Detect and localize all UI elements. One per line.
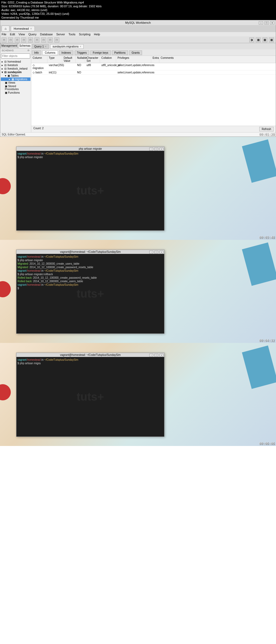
close-icon[interactable]: × bbox=[30, 27, 32, 30]
maximize-button[interactable]: □ bbox=[264, 21, 269, 25]
tree-item-livestock-ireland[interactable]: ▸⊟livestock_ireland bbox=[1, 67, 30, 70]
header-type[interactable]: Type bbox=[47, 56, 62, 63]
connection-tab-homestead[interactable]: Homestead× bbox=[11, 26, 35, 31]
toolbar-panel1-icon[interactable]: ▦ bbox=[256, 38, 261, 42]
close-icon[interactable]: × bbox=[45, 45, 47, 48]
database-icon: ⊟ bbox=[4, 64, 8, 67]
terminal-title: vagrant@homestead: ~/Code/Tutsplus/Sunda… bbox=[60, 353, 120, 356]
terminal-content[interactable]: tuts+ vagrant:homestead in ~/Code/Tutspl… bbox=[16, 151, 164, 230]
subtab-foreign-keys[interactable]: Foreign keys bbox=[90, 50, 111, 55]
toolbar-view-icon[interactable]: □ bbox=[28, 38, 33, 42]
close-button[interactable]: × bbox=[160, 251, 163, 254]
menu-server[interactable]: Server bbox=[56, 33, 65, 36]
terminal-line: vagrant:homestead in ~/Code/Tutsplus/Sun… bbox=[18, 255, 163, 258]
close-button[interactable]: × bbox=[160, 354, 163, 357]
header-privileges[interactable]: Privileges bbox=[116, 56, 151, 63]
header-collation[interactable]: Collation bbox=[100, 56, 116, 63]
menu-query[interactable]: Query bbox=[29, 33, 37, 36]
toolbar-new-sql-icon[interactable]: □ bbox=[2, 38, 6, 42]
subtab-grants[interactable]: Grants bbox=[129, 50, 142, 55]
menu-bar: File Edit View Query Database Server Too… bbox=[0, 32, 276, 36]
watermark: tuts+ bbox=[77, 287, 104, 300]
terminal-content[interactable]: tuts+ vagrant:homestead in ~/Code/Tutspl… bbox=[16, 357, 164, 437]
subtab-indexes[interactable]: Indexes bbox=[59, 50, 73, 55]
subtab-partitions[interactable]: Partitions bbox=[112, 50, 128, 55]
table-row[interactable]: ◇ batch int(11) NO select,insert,update,… bbox=[31, 70, 276, 75]
minimize-button[interactable]: − bbox=[149, 354, 153, 357]
toolbar-panel2-icon[interactable]: ▦ bbox=[263, 38, 267, 42]
header-comments[interactable]: Comments bbox=[159, 56, 276, 63]
toolbar: □ □ □ □ □ □ □ □ □ ◑ ▦ ▦ ▦ bbox=[0, 36, 276, 43]
toolbar-stop-icon[interactable]: ◑ bbox=[249, 38, 254, 42]
terminal-line: $ php artisan migrate bbox=[18, 155, 163, 159]
terminal-content[interactable]: tuts+ vagrant:homestead in ~/Code/Tutspl… bbox=[16, 254, 164, 333]
folder-icon: ▣ bbox=[8, 74, 11, 77]
subtab-info[interactable]: Info bbox=[32, 50, 41, 55]
desktop-background: vagrant@homestead: ~/Code/Tutsplus/Sunda… bbox=[0, 343, 276, 446]
header-default[interactable]: Default Value bbox=[62, 56, 76, 63]
header-charset[interactable]: Character Set bbox=[85, 56, 100, 63]
key-icon: ◇ bbox=[33, 71, 35, 74]
toolbar-proc-icon[interactable]: □ bbox=[34, 38, 39, 42]
menu-view[interactable]: View bbox=[19, 33, 25, 36]
toolbar-table-icon[interactable]: □ bbox=[21, 38, 26, 42]
terminal-line: Rolled back: 2014_10_12_100000_create_pa… bbox=[18, 276, 163, 280]
header-nullable[interactable]: Nullable bbox=[76, 56, 85, 63]
timestamp-overlay: 00:06:06 bbox=[259, 442, 275, 445]
home-tab[interactable]: ⌂ bbox=[2, 26, 9, 32]
subtab-columns[interactable]: Columns bbox=[42, 50, 58, 55]
terminal-title: php artisan migrate bbox=[79, 147, 102, 150]
filter-input[interactable] bbox=[1, 53, 30, 59]
tree-item-migrations[interactable]: ▸▦migrations bbox=[1, 77, 30, 81]
timestamp-overlay: 00:01:28 bbox=[259, 132, 275, 136]
toolbar-func-icon[interactable]: □ bbox=[41, 38, 46, 42]
table-row[interactable]: ◇ migration varchar(255) NO utf8 utf8_un… bbox=[31, 63, 276, 70]
functions-icon: ▣ bbox=[5, 91, 8, 94]
desktop-background: vagrant@homestead: ~/Code/Tutsplus/Sunda… bbox=[0, 240, 276, 343]
file-info-header: File: 0202_Creating a Database Structure… bbox=[0, 0, 276, 20]
header-extra[interactable]: Extra bbox=[151, 56, 159, 63]
terminal-line: $ php artisan migra bbox=[18, 362, 163, 365]
status-bar: SQL Editor Opened. bbox=[0, 132, 276, 137]
tab-query1[interactable]: Query 1× bbox=[32, 44, 49, 49]
close-icon[interactable]: × bbox=[80, 45, 81, 48]
menu-database[interactable]: Database bbox=[40, 33, 53, 36]
minimize-button[interactable]: − bbox=[149, 251, 153, 254]
home-icon: ⌂ bbox=[5, 27, 6, 30]
menu-tools[interactable]: Tools bbox=[68, 33, 75, 36]
tree-item-sundaysim[interactable]: ▾⊟sundaysim bbox=[1, 70, 30, 74]
tree-item-homestead[interactable]: ▸⊟homestead bbox=[1, 60, 30, 63]
minimize-button[interactable]: − bbox=[259, 21, 263, 25]
tree-item-livestock[interactable]: ▸⊟livestock bbox=[1, 63, 30, 67]
maximize-button[interactable]: □ bbox=[154, 354, 158, 357]
menu-file[interactable]: File bbox=[2, 33, 6, 36]
menu-scripting[interactable]: Scripting bbox=[79, 33, 91, 36]
refresh-button[interactable]: Refresh bbox=[259, 127, 274, 131]
tree-item-views[interactable]: ▣Views bbox=[1, 81, 30, 84]
columns-table: Column Type Default Value Nullable Chara… bbox=[31, 56, 276, 126]
terminal-line: $ php artisan migrate bbox=[18, 258, 163, 262]
toolbar-reconnect-icon[interactable]: □ bbox=[54, 38, 59, 42]
close-button[interactable]: × bbox=[160, 148, 163, 151]
terminal-titlebar: vagrant@homestead: ~/Code/Tutsplus/Sunda… bbox=[16, 353, 164, 357]
toolbar-inspector-icon[interactable]: □ bbox=[15, 38, 20, 42]
menu-edit[interactable]: Edit bbox=[10, 33, 15, 36]
toolbar-search-icon[interactable]: □ bbox=[48, 38, 53, 42]
tab-migrations[interactable]: sundaysim.migrations× bbox=[50, 44, 84, 49]
tree-item-tables[interactable]: ▾▣Tables bbox=[1, 74, 30, 77]
tree-item-stored[interactable]: ▣Stored Procedures bbox=[1, 84, 30, 91]
tree-item-functions[interactable]: ▣Functions bbox=[1, 91, 30, 94]
maximize-button[interactable]: □ bbox=[154, 148, 158, 151]
maximize-button[interactable]: □ bbox=[154, 251, 158, 254]
tab-schemas[interactable]: Schemas bbox=[18, 43, 32, 48]
toolbar-panel3-icon[interactable]: ▦ bbox=[269, 38, 274, 42]
header-column[interactable]: Column bbox=[31, 56, 47, 63]
schemas-refresh-icon[interactable]: ⟳ bbox=[27, 49, 30, 52]
subtab-triggers[interactable]: Triggers bbox=[75, 50, 89, 55]
menu-help[interactable]: Help bbox=[94, 33, 100, 36]
minimize-button[interactable]: − bbox=[149, 148, 153, 151]
close-button[interactable]: × bbox=[270, 21, 274, 25]
database-icon: ⊟ bbox=[4, 67, 8, 70]
toolbar-open-sql-icon[interactable]: □ bbox=[8, 38, 13, 42]
tab-management[interactable]: Management bbox=[0, 43, 18, 48]
